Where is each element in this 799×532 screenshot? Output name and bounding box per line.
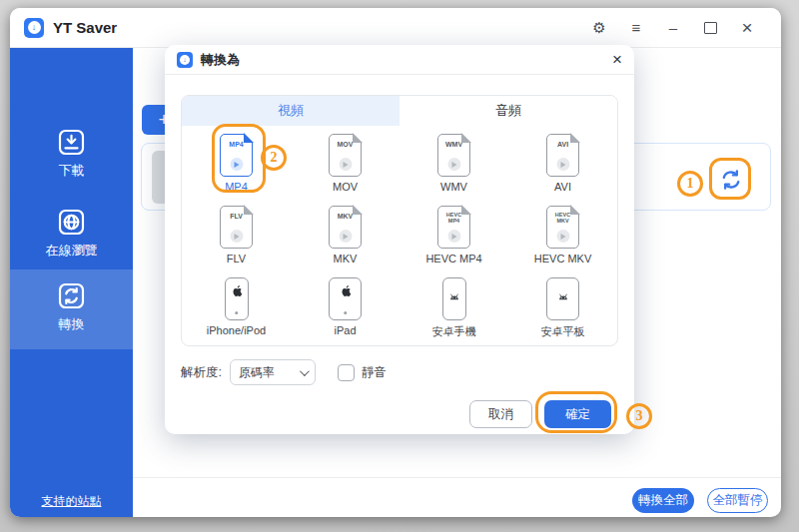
cancel-button[interactable]: 取消 [469, 400, 532, 428]
resolution-selected-value: 原碼率 [239, 364, 275, 381]
format-label: 安卓平板 [541, 324, 585, 339]
format-option-mkv[interactable]: MKV MKV [291, 204, 400, 275]
maximize-icon[interactable] [702, 20, 718, 36]
minimize-icon[interactable]: – [665, 20, 681, 36]
format-label: iPhone/iPod [207, 324, 266, 336]
chevron-down-icon [300, 366, 310, 376]
options-row: 解析度: 原碼率 靜音 [181, 359, 387, 385]
apple-logo-icon [340, 284, 351, 297]
close-window-icon[interactable]: × [739, 20, 755, 36]
folded-corner-icon [353, 205, 363, 215]
format-label: WMV [440, 181, 467, 193]
menu-icon[interactable]: ≡ [628, 20, 644, 36]
mute-label: 靜音 [362, 364, 387, 381]
android-tablet-device-icon [546, 277, 579, 320]
format-option-ipad[interactable]: iPad [291, 275, 400, 346]
format-option-avi[interactable]: AVI AVI [508, 132, 617, 204]
format-option-android-tablet[interactable]: 安卓平板 [508, 275, 617, 346]
resolution-label: 解析度: [181, 364, 222, 381]
window-controls: ⚙ ≡ – × [591, 20, 767, 36]
format-option-mov[interactable]: MOV MOV [291, 132, 400, 204]
format-option-flv[interactable]: FLV FLV [182, 204, 291, 275]
convert-sync-icon [57, 281, 86, 310]
title-bar: ↓ YT Saver ⚙ ≡ – × [10, 8, 781, 48]
flv-file-icon: FLV [220, 206, 253, 249]
sidebar-item-online-browse[interactable]: 在線瀏覽 [10, 196, 133, 275]
format-option-iphone-ipod[interactable]: iPhone/iPod [182, 275, 291, 346]
apple-logo-icon [231, 284, 242, 297]
convert-to-dialog: ↓ 轉換為 × 視頻 音頻 MP4 MP4 [165, 45, 634, 434]
android-logo-icon [447, 291, 460, 300]
resolution-select[interactable]: 原碼率 [230, 359, 316, 385]
format-label: MOV [333, 181, 358, 193]
format-label: AVI [554, 181, 571, 193]
sidebar-item-label: 下載 [59, 162, 85, 180]
wmv-file-icon: WMV [437, 134, 470, 177]
hevc-mkv-file-icon: HEVC MKV [546, 206, 579, 249]
folded-corner-icon [244, 133, 254, 143]
folded-corner-icon [353, 133, 363, 143]
home-button-dot [235, 311, 239, 315]
format-option-hevc-mkv[interactable]: HEVC MKV HEVC MKV [508, 204, 617, 275]
play-icon [556, 230, 569, 243]
app-title: YT Saver [53, 19, 117, 36]
convert-all-button[interactable]: 轉換全部 [632, 488, 694, 513]
sidebar-item-convert[interactable]: 轉換 [10, 269, 133, 349]
format-label: MP4 [225, 181, 248, 193]
play-icon [339, 158, 352, 171]
folded-corner-icon [461, 205, 471, 215]
download-icon [57, 128, 86, 157]
ipad-device-icon [329, 277, 362, 320]
format-label: FLV [227, 253, 246, 265]
format-label: HEVC MKV [534, 253, 591, 265]
dialog-logo-icon: ↓ [177, 52, 193, 68]
format-option-hevc-mp4[interactable]: HEVC MP4 HEVC MP4 [400, 204, 508, 275]
sidebar-item-label: 在線瀏覽 [46, 242, 98, 260]
format-option-wmv[interactable]: WMV WMV [400, 132, 508, 204]
mov-file-icon: MOV [329, 134, 362, 177]
hevc-mp4-file-icon: HEVC MP4 [437, 206, 470, 249]
footer-divider [133, 477, 781, 478]
tab-audio[interactable]: 音頻 [400, 96, 617, 126]
format-tabs: 視頻 音頻 [182, 96, 617, 126]
play-icon [230, 230, 243, 243]
format-grid: MP4 MP4 MOV MOV [182, 126, 617, 346]
dialog-title: 轉換為 [201, 51, 240, 69]
convert-item-button[interactable] [714, 163, 748, 197]
mute-checkbox[interactable] [338, 364, 355, 381]
home-button-dot [344, 311, 348, 315]
dialog-close-icon[interactable]: × [612, 51, 622, 68]
sidebar-footer: 支持的站點 [10, 491, 133, 510]
format-label: 安卓手機 [432, 324, 476, 339]
tab-video[interactable]: 視頻 [182, 96, 400, 126]
play-icon [339, 230, 352, 243]
settings-gear-icon[interactable]: ⚙ [591, 20, 607, 36]
folded-corner-icon [570, 133, 580, 143]
file-icon-text: MKV [547, 219, 578, 225]
folded-corner-icon [570, 205, 580, 215]
sidebar-item-download[interactable]: 下載 [10, 116, 133, 196]
mp4-file-icon: MP4 [220, 134, 253, 177]
confirm-button[interactable]: 確定 [544, 400, 611, 428]
format-option-android-phone[interactable]: 安卓手機 [400, 275, 508, 346]
dialog-header: ↓ 轉換為 × [165, 45, 634, 75]
supported-sites-link[interactable]: 支持的站點 [42, 494, 102, 508]
format-label: iPad [334, 324, 356, 336]
folded-corner-icon [244, 205, 254, 215]
pause-all-button[interactable]: 全部暫停 [707, 488, 768, 513]
android-phone-device-icon [442, 277, 466, 320]
format-panel: 視頻 音頻 MP4 MP4 [181, 95, 618, 346]
iphone-device-icon [225, 277, 249, 320]
convert-circle-arrows-icon [717, 166, 745, 194]
play-icon [556, 158, 569, 171]
play-icon [447, 230, 460, 243]
app-window: ↓ YT Saver ⚙ ≡ – × 下載 [10, 8, 781, 517]
mkv-file-icon: MKV [329, 206, 362, 249]
format-label: MKV [334, 253, 358, 265]
screenshot-root: ↓ YT Saver ⚙ ≡ – × 下載 [0, 0, 799, 532]
android-logo-icon [556, 291, 569, 300]
folded-corner-icon [461, 133, 471, 143]
format-option-mp4[interactable]: MP4 MP4 [182, 132, 291, 204]
sidebar: 下載 在線瀏覽 轉換 支持的站點 [10, 48, 133, 517]
app-logo-icon: ↓ [24, 18, 44, 38]
